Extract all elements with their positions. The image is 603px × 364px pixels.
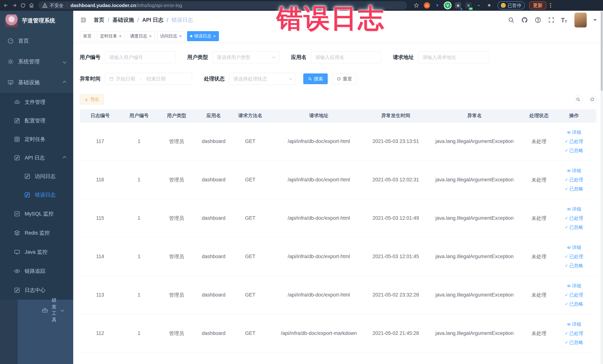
mark-processed-link[interactable]: ✓已处理: [565, 215, 583, 221]
detail-link[interactable]: 详细: [567, 244, 581, 250]
user-type-select[interactable]: 请选择用户类型: [212, 51, 279, 63]
sidebar-item-dev-tools[interactable]: 研发工具: [0, 300, 73, 320]
toggle-search-button[interactable]: [574, 95, 582, 104]
cell-app-name: dashboard: [196, 122, 232, 161]
extension-switch-icon[interactable]: ≡on: [465, 2, 472, 9]
close-icon[interactable]: ×: [213, 34, 216, 38]
mark-ignored-link[interactable]: ✓已忽略: [565, 263, 583, 269]
detail-link[interactable]: 详细: [567, 168, 581, 174]
font-size-icon[interactable]: TT: [561, 16, 567, 24]
logo-block[interactable]: 芋道管理系统: [0, 11, 73, 31]
sidebar-item-redis-monitor[interactable]: Redis 监控: [0, 223, 73, 242]
reset-button[interactable]: 重置: [332, 73, 357, 84]
close-icon[interactable]: ×: [149, 34, 152, 38]
detail-link[interactable]: 详细: [567, 206, 581, 212]
sidebar-item-mysql-monitor[interactable]: MySQL 监控: [0, 204, 73, 223]
sidebar-item-java-monitor[interactable]: Java 监控: [0, 242, 73, 261]
mark-processed-link[interactable]: ✓已处理: [565, 177, 583, 183]
mark-processed-link[interactable]: ✓已处理: [565, 330, 583, 336]
sidebar-item-error-log[interactable]: 错误日志: [0, 186, 73, 204]
table-row[interactable]: 115 1 管理员 dashboard GET /api/infra/db-do…: [80, 199, 596, 237]
request-url-input[interactable]: 请输入请求地址: [418, 51, 489, 63]
page-url[interactable]: dashboard.yudao.iocoder.cn/infra/log/api…: [70, 3, 182, 8]
browser-update-button[interactable]: 更新: [529, 1, 546, 10]
extension-sprout-icon[interactable]: ❧: [476, 2, 482, 9]
browser-menu-icon[interactable]: [550, 3, 551, 8]
check-icon: ✓: [565, 216, 568, 221]
breadcrumb-api-log[interactable]: API 日志: [142, 16, 163, 24]
extension-pinwheel-icon[interactable]: ✻: [486, 2, 492, 9]
sidebar-item-log-center[interactable]: 日志中心: [0, 281, 73, 300]
sidebar-item-system[interactable]: 系统管理: [0, 51, 73, 72]
dashboard-icon: [7, 38, 14, 44]
hamburger-icon[interactable]: [80, 17, 87, 23]
header-user-type: 用户类型: [158, 109, 196, 122]
close-icon[interactable]: ×: [119, 34, 122, 38]
tag-dispatch-log[interactable]: 调度日志×: [127, 31, 155, 41]
back-icon[interactable]: [3, 2, 9, 9]
search-icon[interactable]: [508, 16, 515, 24]
check-icon: ✓: [565, 331, 568, 336]
breadcrumb-home[interactable]: 首页: [94, 16, 104, 24]
user-avatar[interactable]: [574, 13, 587, 27]
fullscreen-icon[interactable]: [548, 16, 555, 24]
search-button[interactable]: 搜索: [303, 73, 328, 84]
table-row[interactable]: 112 1 管理员 dashboard GET /api/infra/db-do…: [80, 314, 596, 352]
screen-icon: [14, 249, 20, 255]
extension-adblock-icon[interactable]: ◎: [424, 2, 430, 9]
sidebar-item-scheduled-jobs[interactable]: 定时任务: [0, 130, 73, 149]
mark-processed-link[interactable]: ✓已处理: [565, 254, 583, 260]
table-row[interactable]: 114 1 管理员 dashboard GET /api/infra/db-do…: [80, 237, 596, 276]
sidebar-item-home[interactable]: 首页: [0, 31, 73, 51]
breadcrumb-infra[interactable]: 基础设施: [113, 16, 134, 24]
github-icon[interactable]: [521, 16, 528, 24]
tag-scheduled-jobs[interactable]: 定时任务×: [97, 31, 125, 41]
sidebar-item-access-log[interactable]: 访问日志: [0, 167, 73, 186]
export-button[interactable]: 导出: [80, 94, 104, 104]
mark-ignored-link[interactable]: ✓已忽略: [565, 339, 583, 345]
detail-link[interactable]: 详细: [567, 321, 581, 327]
date-range-input[interactable]: 开始日期 - 结束日期: [105, 73, 192, 85]
bookmark-star-icon[interactable]: [413, 2, 420, 9]
mark-processed-link[interactable]: ✓已处理: [565, 138, 583, 144]
sidebar-item-config-mgmt[interactable]: 配置管理: [0, 111, 73, 130]
close-icon[interactable]: ×: [179, 34, 182, 38]
user-id-input[interactable]: 请输入用户编号: [105, 51, 175, 63]
paused-extension-badge[interactable]: 已暂停: [498, 1, 525, 10]
detail-link[interactable]: 详细: [567, 283, 581, 289]
view-icon: [567, 207, 571, 211]
forward-icon[interactable]: [11, 2, 18, 9]
extension-shield-icon[interactable]: ▼: [434, 2, 441, 9]
scrollbar-thumb[interactable]: [601, 11, 603, 91]
detail-link[interactable]: 详细: [567, 129, 581, 135]
cell-app-name: dashboard: [196, 276, 232, 314]
home-icon[interactable]: [28, 2, 35, 9]
mark-ignored-link[interactable]: ✓已忽略: [565, 224, 583, 230]
mark-processed-link[interactable]: ✓已处理: [565, 292, 583, 298]
refresh-table-button[interactable]: [588, 95, 596, 104]
reload-icon[interactable]: [20, 2, 26, 9]
avatar-caret-icon[interactable]: [593, 19, 597, 21]
sidebar-item-trace[interactable]: 链路追踪: [0, 261, 73, 281]
tag-access-log[interactable]: 访问日志×: [157, 31, 185, 41]
table-row[interactable]: 117 1 管理员 dashboard GET /api/infra/db-do…: [80, 122, 596, 161]
cell-user-type: 管理员: [158, 161, 196, 199]
mark-ignored-link[interactable]: ✓已忽略: [565, 301, 583, 307]
table-row[interactable]: 116 1 管理员 dashboard GET /api/infra/db-do…: [80, 161, 596, 199]
cell-exception-time: 2021-05-03 23:13:51: [369, 122, 423, 161]
sidebar-item-file-mgmt[interactable]: 文件管理: [0, 93, 73, 111]
sidebar-item-infra[interactable]: 基础设施: [0, 72, 73, 93]
tag-error-log[interactable]: 错误日志×: [187, 31, 219, 41]
mark-ignored-link[interactable]: ✓已忽略: [565, 147, 583, 153]
sidebar-item-api-log[interactable]: API 日志: [0, 149, 73, 167]
help-icon[interactable]: [534, 16, 542, 24]
tag-home[interactable]: 首页: [80, 31, 95, 41]
scrollbar[interactable]: [600, 11, 603, 364]
extension-grid-icon[interactable]: ▦: [455, 2, 461, 9]
mark-ignored-link[interactable]: ✓已忽略: [565, 186, 583, 192]
process-status-select[interactable]: 请选择处理状态: [229, 73, 296, 85]
table-row[interactable]: 113 1 管理员 dashboard GET /api/infra/db-do…: [80, 276, 596, 314]
security-warning-icon[interactable]: [42, 3, 47, 8]
app-name-input[interactable]: 请输入应用名: [311, 51, 381, 63]
extension-v-icon[interactable]: V: [444, 2, 451, 9]
